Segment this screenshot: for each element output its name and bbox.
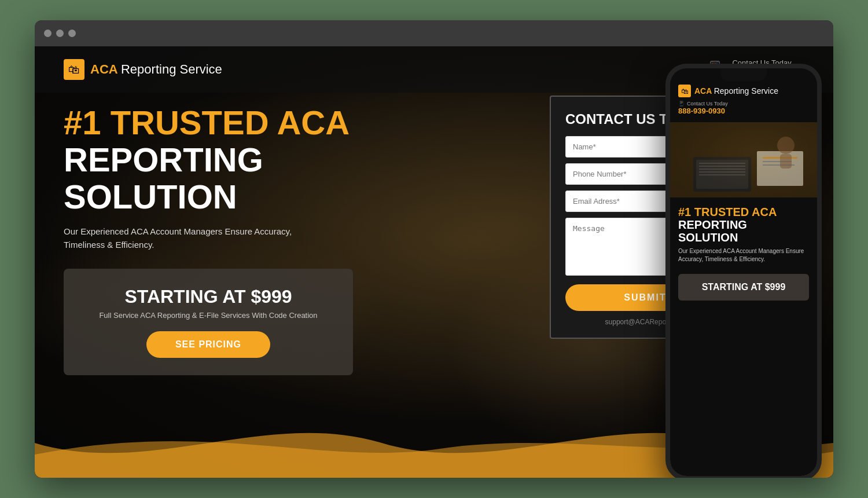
phone-logo: 🛍 ACA Reporting Service: [678, 85, 809, 97]
phone-contact-label: 📱 Contact Us Today: [678, 101, 809, 107]
phone-hero-image: [670, 122, 817, 197]
phone-pricing-title: STARTING AT $999: [686, 282, 801, 292]
phone-hero-desc: Our Experienced ACA Account Managers Ens…: [678, 247, 809, 263]
svg-rect-4: [699, 166, 745, 167]
phone-hero-content: #1 TRUSTED ACA REPORTING SOLUTION Our Ex…: [670, 197, 817, 269]
svg-rect-5: [699, 169, 745, 170]
logo-area: 🛍 ACA Reporting Service: [64, 59, 222, 80]
phone-notch: [720, 68, 767, 81]
svg-rect-7: [699, 174, 745, 175]
phone-hero-title1: #1 TRUSTED ACA: [678, 206, 809, 218]
logo-icon: 🛍: [64, 59, 84, 80]
svg-rect-3: [699, 163, 745, 164]
pricing-title: STARTING AT $999: [87, 286, 330, 307]
phone-pricing-box: STARTING AT $999: [678, 274, 809, 301]
phone-screen: 🛍 ACA Reporting Service 📱 Contact Us Tod…: [670, 68, 817, 476]
pricing-subtitle: Full Service ACA Reporting & E-File Serv…: [87, 311, 330, 320]
hero-content: #1 TRUSTED ACA REPORTING SOLUTION Our Ex…: [64, 104, 446, 375]
svg-rect-8: [757, 151, 803, 186]
see-pricing-button[interactable]: SEE PRICING: [146, 331, 270, 358]
svg-rect-6: [699, 171, 745, 173]
logo-text: ACA Reporting Service: [90, 62, 222, 77]
browser-dot-green: [68, 30, 76, 37]
hero-title-line2: REPORTING SOLUTION: [64, 141, 446, 215]
browser-chrome: [35, 20, 833, 46]
svg-point-12: [777, 137, 795, 154]
browser-dot-yellow: [56, 30, 64, 37]
browser-dot-red: [44, 30, 52, 37]
phone-contact-phone: 888-939-0930: [678, 107, 809, 115]
hero-subtitle: Our Experienced ACA Account Managers Ens…: [64, 225, 446, 251]
browser-window: 🛍 ACA Reporting Service 📱 Contact Us Tod…: [35, 20, 833, 478]
website: 🛍 ACA Reporting Service 📱 Contact Us Tod…: [35, 46, 833, 478]
phone-mockup: 🛍 ACA Reporting Service 📱 Contact Us Tod…: [665, 64, 822, 478]
pricing-box: STARTING AT $999 Full Service ACA Report…: [64, 269, 353, 375]
phone-logo-text: ACA Reporting Service: [694, 86, 778, 96]
hero-title-line1: #1 TRUSTED ACA: [64, 104, 446, 141]
svg-rect-13: [780, 154, 792, 169]
phone-hero-title2: REPORTING SOLUTION: [678, 218, 809, 244]
phone-logo-icon: 🛍: [678, 85, 691, 97]
